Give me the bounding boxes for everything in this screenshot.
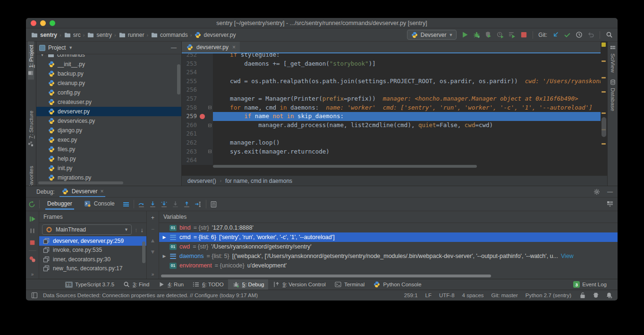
toolwindow-button-Event-Log[interactable]: 3Event Log xyxy=(569,279,611,290)
status-segment-Python-2-7-sentry-[interactable]: Python 2.7 (sentry) xyxy=(525,292,571,298)
variable-row-cwd[interactable]: 01cwd= {str}'/Users/ryanskonnord/getsent… xyxy=(159,242,618,251)
resume-icon[interactable] xyxy=(29,215,36,223)
gear-icon[interactable] xyxy=(593,188,601,196)
toolwindow-button-9-Version-Control[interactable]: 9: Version Control xyxy=(268,279,330,290)
run-to-cursor-icon[interactable] xyxy=(195,200,202,208)
project-scrollbar-vertical[interactable] xyxy=(177,64,180,94)
toolwindow-button-5-Debug[interactable]: 5: Debug xyxy=(228,279,269,290)
frame-item[interactable]: invoke, core.py:535 xyxy=(39,246,146,255)
editor-tab-devserver[interactable]: devserver.py × xyxy=(182,42,240,52)
tree-file-init.py[interactable]: init.py xyxy=(36,163,181,173)
tree-file-files.py[interactable]: files.py xyxy=(36,145,181,154)
breadcrumb-item-devserver.py[interactable]: devserver.py xyxy=(194,31,236,39)
frame-item[interactable]: inner, decorators.py:30 xyxy=(39,255,146,264)
tree-file-createuser.py[interactable]: createuser.py xyxy=(36,97,181,107)
tree-file-backup.py[interactable]: backup.py xyxy=(36,69,181,78)
tree-file-config.py[interactable]: config.py xyxy=(36,88,181,97)
expand-icon[interactable]: ▶ xyxy=(162,254,167,258)
toolwindow-button-Python-Console[interactable]: Python Console xyxy=(369,279,425,290)
git-history-icon[interactable] xyxy=(575,31,583,39)
status-segment-UTF-8[interactable]: UTF-8 xyxy=(439,292,455,298)
fold-marker-icon[interactable] xyxy=(208,106,212,109)
tree-folder-commands[interactable]: ▼commands xyxy=(36,54,181,60)
debug-bug-icon[interactable] xyxy=(473,31,480,39)
code-editor[interactable]: 252 if styleguide:253 daemons += [_get_d… xyxy=(182,53,607,169)
close-tab-icon[interactable]: × xyxy=(100,188,103,195)
status-segment-259-1[interactable]: 259:1 xyxy=(404,292,418,298)
toolwindow-toggle-icon[interactable] xyxy=(31,292,38,299)
hide-panel-button[interactable]: — xyxy=(169,44,178,51)
step-into-icon[interactable] xyxy=(149,200,157,208)
zoom-window-button[interactable] xyxy=(50,20,55,26)
restore-layout-icon[interactable] xyxy=(606,200,614,207)
run-configuration-select[interactable]: Devserver ▼ xyxy=(407,30,457,40)
breakpoint-icon[interactable] xyxy=(200,114,205,119)
bell-gear-icon[interactable] xyxy=(605,292,613,299)
code-line-255[interactable]: 255 cwd = os.path.realpath(os.path.join(… xyxy=(182,77,607,86)
lock-open-icon[interactable] xyxy=(579,292,586,299)
breadcrumb-item-sentry[interactable]: sentry xyxy=(31,31,57,39)
close-window-button[interactable] xyxy=(31,20,36,26)
git-update-icon[interactable] xyxy=(551,31,559,39)
tree-file-migrations.py[interactable]: migrations.py xyxy=(36,173,181,182)
code-line-252[interactable]: 252 if styleguide: xyxy=(182,53,607,60)
debug-tab-debugger[interactable]: Debugger xyxy=(43,198,76,210)
more-icon[interactable]: » xyxy=(31,272,34,277)
fold-marker-icon[interactable] xyxy=(208,124,212,127)
step-over-icon[interactable] xyxy=(138,200,145,208)
more-icon[interactable]: » xyxy=(152,272,154,277)
breadcrumb-function[interactable]: devserver() xyxy=(187,178,216,184)
debug-tab-console[interactable]: Console xyxy=(80,198,119,210)
stop-icon[interactable] xyxy=(520,31,527,39)
add-watch-button[interactable]: + xyxy=(151,215,154,221)
breadcrumb-item-runner[interactable]: runner xyxy=(119,31,144,39)
code-line-258[interactable]: 258 for name, cmd in daemons: name: 'wor… xyxy=(182,103,607,112)
breadcrumb-statement[interactable]: for name, cmd in daemons xyxy=(225,178,292,184)
project-panel-title[interactable]: Project xyxy=(48,44,66,51)
frame-item[interactable]: devserver, devserver.py:259 xyxy=(39,236,146,246)
view-link[interactable]: View xyxy=(561,253,574,259)
toolwindow-button-6-TODO[interactable]: 6: TODO xyxy=(188,279,228,290)
breadcrumb-item-sentry[interactable]: sentry xyxy=(87,31,112,39)
toolwindow-button-3-Find[interactable]: 3: Find xyxy=(119,279,153,290)
status-segment-4-spaces[interactable]: 4 spaces xyxy=(462,292,484,298)
status-message[interactable]: Data Sources Detected: Connection proper… xyxy=(43,292,397,298)
code-line-253[interactable]: 253 daemons += [_get_daemon("storybook")… xyxy=(182,60,607,69)
frames-scrollbar[interactable] xyxy=(142,241,145,263)
variable-row-daemons[interactable]: ▶daemons= {list: 5}[('webpack', ['/Users… xyxy=(159,251,618,261)
code-line-262[interactable]: 262 manager.loop() xyxy=(182,138,607,147)
step-into-dim-icon[interactable] xyxy=(172,200,179,208)
move-up-button[interactable]: ▲ xyxy=(150,237,156,244)
step-out-icon[interactable] xyxy=(183,200,191,208)
tree-file-__init__.py[interactable]: __init__.py xyxy=(36,60,181,69)
code-line-259[interactable]: 259 if name not in skip_daemons: xyxy=(182,112,607,121)
fold-marker-icon[interactable] xyxy=(208,150,212,153)
code-line-256[interactable]: 256 xyxy=(182,86,607,94)
toolwindow-button-4-Run[interactable]: 4: Run xyxy=(153,279,188,290)
tool-strip-tab-1-Project[interactable]: 1: Project xyxy=(28,42,34,80)
tree-file-help.py[interactable]: help.py xyxy=(36,154,181,163)
hide-debug-panel-button[interactable]: — xyxy=(607,189,613,195)
code-line-264[interactable]: 264 xyxy=(182,156,607,165)
status-segment-Git-master[interactable]: Git: master xyxy=(491,292,518,298)
close-tab-icon[interactable]: × xyxy=(232,44,236,51)
code-line-257[interactable]: 257 manager = Manager(Printer(prefix=pre… xyxy=(182,94,607,103)
expand-icon[interactable]: ▶ xyxy=(162,235,167,240)
code-line-260[interactable]: 260 manager.add_process(name, list2cmdli… xyxy=(182,121,607,130)
editor-scrollbar-horizontal[interactable] xyxy=(213,165,477,168)
tree-file-devserver.py[interactable]: devserver.py xyxy=(36,107,181,116)
toolwindow-button-Terminal[interactable]: Terminal xyxy=(330,279,369,290)
minimize-window-button[interactable] xyxy=(40,20,46,26)
move-down-button[interactable]: ▼ xyxy=(150,249,156,255)
rollback-icon[interactable] xyxy=(587,31,594,39)
code-line-263[interactable]: 263 sys.exit(manager.returncode) xyxy=(182,147,607,156)
layout-options-icon[interactable] xyxy=(122,200,130,208)
variable-row-environment[interactable]: 01environment= {unicode}u'development' xyxy=(159,261,618,270)
variables-scrollbar-horizontal[interactable] xyxy=(161,275,491,277)
coverage-icon[interactable] xyxy=(484,31,492,39)
incognito-icon[interactable] xyxy=(592,292,600,299)
breadcrumb-item-src[interactable]: src xyxy=(64,31,81,39)
stop-red-icon[interactable] xyxy=(29,239,36,246)
search-icon[interactable] xyxy=(605,31,613,39)
tool-strip-tab-7-Structure[interactable]: 7: Structure xyxy=(28,107,34,150)
